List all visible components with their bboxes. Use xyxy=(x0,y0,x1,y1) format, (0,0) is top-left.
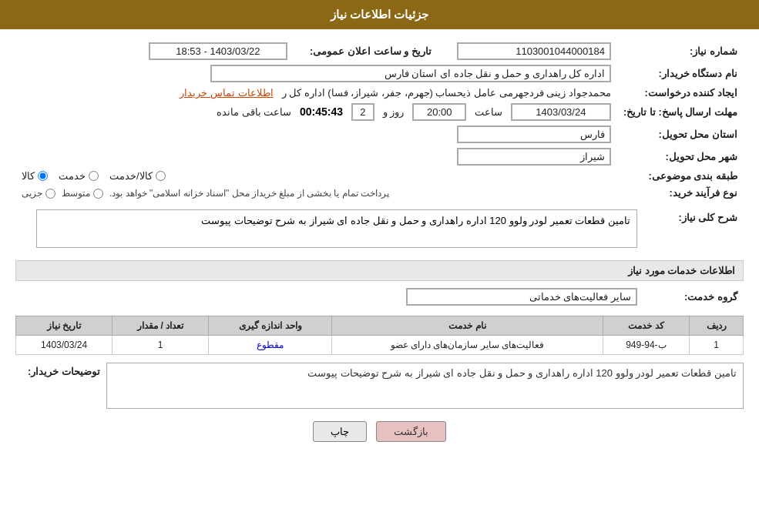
tabaqe-radio-group: کالا خدمت کالا/خدمت xyxy=(22,170,611,182)
saat-label: ساعت xyxy=(475,106,502,118)
radio-kala-khadamat-label: کالا/خدمت xyxy=(109,170,153,182)
table-cell-4: 1 xyxy=(113,336,209,355)
saat-value: 20:00 xyxy=(412,103,466,121)
radio-khadamat-label: خدمت xyxy=(59,170,86,182)
sharh-niaz-textarea[interactable]: تامین قطعات تعمیر لودر ولوو 120 اداره را… xyxy=(36,209,637,248)
ijad-konande-value: محمدجواد زینی فردجهرمی عامل ذیحساب (جهرم… xyxy=(282,87,611,99)
sharh-niaz-label: شرح کلی نیاز: xyxy=(643,207,744,253)
buyer-desc-section: توضیحات خریدار: تامین قطعات تعمیر لودر و… xyxy=(15,363,744,409)
roz-value: 2 xyxy=(351,103,374,121)
tabaqe-label: طبقه بندی موضوعی: xyxy=(617,168,744,184)
table-cell-5: 1403/03/24 xyxy=(16,336,113,355)
noe-farayand-row: جزیی متوسط پرداخت تمام یا بخشی از مبلغ خ… xyxy=(22,188,611,199)
tarikh-elan-value: 1403/03/22 - 18:53 xyxy=(149,42,287,60)
ostan-value: فارس xyxy=(457,125,611,143)
mohlat-label: مهلت ارسال پاسخ: تا تاریخ: xyxy=(617,101,744,123)
page-header: جزئیات اطلاعات نیاز xyxy=(0,0,759,29)
ostan-label: استان محل تحویل: xyxy=(617,123,744,146)
services-section: ردیف کد خدمت نام خدمت واحد اندازه گیری ت… xyxy=(15,316,744,355)
print-button[interactable]: چاپ xyxy=(313,421,367,442)
shomare-niaz-label: شماره نیاز: xyxy=(617,40,744,62)
services-table: ردیف کد خدمت نام خدمت واحد اندازه گیری ت… xyxy=(15,316,744,355)
table-cell-1: ب-94-949 xyxy=(603,336,690,355)
radio-motaset: متوسط xyxy=(62,188,103,199)
radio-kala-khadamat-input[interactable] xyxy=(156,171,166,181)
noe-farayand-desc: پرداخت تمام یا بخشی از مبلغ خریداز محل "… xyxy=(109,188,389,199)
radio-motaset-label: متوسط xyxy=(62,188,90,199)
col-tarikh: تاریخ نیاز xyxy=(16,316,113,336)
col-tedad: تعداد / مقدار xyxy=(113,316,209,336)
col-vahed: واحد اندازه گیری xyxy=(209,316,332,336)
mohlat-date-value: 1403/03/24 xyxy=(511,103,611,121)
back-button[interactable]: بازگشت xyxy=(376,421,446,442)
radio-jozii-label: جزیی xyxy=(22,188,42,199)
radio-kala-label: کالا xyxy=(22,170,35,182)
buyer-desc-label: توضیحات خریدار: xyxy=(15,363,100,377)
nam-dastgah-label: نام دستگاه خریدار: xyxy=(617,62,744,85)
radio-jozii-input[interactable] xyxy=(45,189,55,199)
goroh-khadamat-value: سایر فعالیت‌های خدماتی xyxy=(406,288,637,306)
goroh-khadamat-row: گروه خدمت: سایر فعالیت‌های خدماتی xyxy=(15,286,744,308)
noe-farayand-label: نوع فرآیند خرید: xyxy=(617,184,744,201)
table-row: 1ب-94-949فعالیت‌های سایر سازمان‌های دارا… xyxy=(16,336,744,355)
baghimande-value: 00:45:43 xyxy=(300,105,343,118)
tarikh-elan-label: تاریخ و ساعت اعلان عمومی: xyxy=(294,40,448,62)
radio-kala-input[interactable] xyxy=(38,171,48,181)
buyer-desc-box: تامین قطعات تعمیر لودر ولوو 120 اداره را… xyxy=(106,363,744,409)
ettelaat-khadamat-title: اطلاعات خدمات مورد نیاز xyxy=(15,260,744,281)
main-info-table: شماره نیاز: 1103001044000184 تاریخ و ساع… xyxy=(15,40,744,201)
shahr-value: شیراز xyxy=(457,148,611,166)
radio-jozii: جزیی xyxy=(22,188,55,199)
radio-khadamat-input[interactable] xyxy=(89,171,99,181)
etelaate-tamas-link[interactable]: اطلاعات تماس خریدار xyxy=(180,87,273,99)
col-radif: ردیف xyxy=(690,316,744,336)
sharh-niaz-section: شرح کلی نیاز: تامین قطعات تعمیر لودر ولو… xyxy=(15,207,744,253)
radio-motaset-input[interactable] xyxy=(93,189,103,199)
baghimande-label: ساعت باقی مانده xyxy=(217,106,291,118)
col-kod: کد خدمت xyxy=(603,316,690,336)
nam-dastgah-value: اداره کل راهداری و حمل و نقل جاده ای است… xyxy=(210,65,611,82)
radio-khadamat: خدمت xyxy=(59,170,99,182)
goroh-khadamat-label: گروه خدمت: xyxy=(643,286,744,308)
table-cell-2: فعالیت‌های سایر سازمان‌های دارای عضو xyxy=(332,336,603,355)
col-nam: نام خدمت xyxy=(332,316,603,336)
shomare-niaz-value: 1103001044000184 xyxy=(457,42,611,60)
table-cell-0: 1 xyxy=(690,336,744,355)
roz-label: روز و xyxy=(383,106,405,118)
radio-kala-khadamat: کالا/خدمت xyxy=(109,170,166,182)
ijad-konande-label: ایجاد کننده درخواست: xyxy=(617,85,744,101)
radio-kala: کالا xyxy=(22,170,48,182)
buttons-row: بازگشت چاپ xyxy=(15,421,744,442)
shahr-label: شهر محل تحویل: xyxy=(617,146,744,168)
table-cell-3: مقطوع xyxy=(209,336,332,355)
